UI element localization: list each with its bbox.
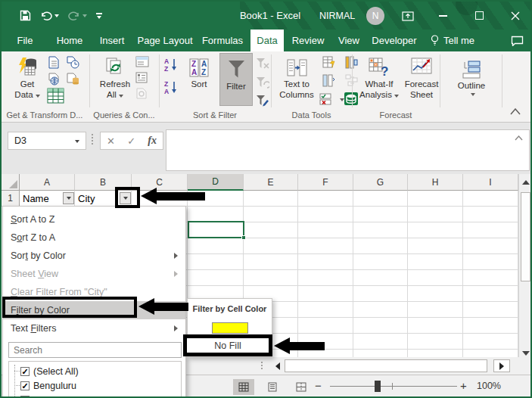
column-header-h[interactable]: H <box>408 174 463 191</box>
customize-qat-button[interactable] <box>96 13 102 19</box>
minimize-button[interactable] <box>430 2 456 30</box>
what-if-analysis-button[interactable]: ? What-If Analysis <box>357 54 401 100</box>
cell-b1[interactable]: City <box>75 191 117 207</box>
menu-item-sort-a-to-z[interactable]: Sort A to Z <box>3 210 185 229</box>
close-button[interactable] <box>502 2 528 30</box>
sort-a-to-z-icon[interactable]: AZ <box>163 58 179 75</box>
refresh-all-button[interactable]: Refresh All <box>95 54 135 100</box>
zoom-in-icon[interactable]: + <box>460 379 467 392</box>
remove-duplicates-icon[interactable] <box>322 74 335 90</box>
undo-dropdown-icon[interactable] <box>54 14 59 17</box>
column-header-a[interactable]: A <box>20 174 75 191</box>
text-to-columns-button[interactable]: Text to Columns <box>275 54 318 100</box>
from-text-csv-icon[interactable] <box>48 56 60 72</box>
from-web-icon[interactable] <box>48 73 61 89</box>
recent-sources-icon[interactable] <box>67 56 79 72</box>
page-layout-view-button[interactable] <box>262 379 283 395</box>
collapse-formula-bar-icon[interactable] <box>515 135 523 141</box>
user-name[interactable]: NIRMAL <box>319 2 355 30</box>
properties-icon[interactable] <box>135 72 148 86</box>
checkbox-checked-icon[interactable]: ✓ <box>20 381 30 390</box>
normal-view-button[interactable] <box>233 379 254 395</box>
cell-a1[interactable]: Name <box>20 191 64 207</box>
filter-value-select-all[interactable]: ✓(Select All) <box>9 364 181 378</box>
feedback-icon[interactable] <box>506 30 528 51</box>
clear-filter-icon[interactable] <box>256 58 269 73</box>
filter-button[interactable]: Filter <box>219 53 253 106</box>
checkbox-checked-icon[interactable]: ✓ <box>20 367 30 376</box>
filter-value-hyderabad[interactable]: ✓Hyderabad <box>9 393 181 398</box>
undo-button[interactable] <box>40 11 59 21</box>
horizontal-scroll-thumb[interactable] <box>285 359 487 372</box>
edit-links-icon[interactable] <box>135 88 148 102</box>
get-data-button[interactable]: Get Data <box>9 54 45 100</box>
menu-item-sort-z-to-a[interactable]: Sort Z to A <box>3 229 185 247</box>
menu-item-text-filters[interactable]: Text Filters <box>3 319 185 337</box>
manage-data-model-icon[interactable] <box>344 92 359 109</box>
sort-button[interactable]: ZAAZ Sort <box>182 54 216 89</box>
name-filter-dropdown-button[interactable] <box>63 192 74 204</box>
page-break-preview-button[interactable] <box>291 379 312 395</box>
collapse-ribbon-icon[interactable] <box>510 104 521 118</box>
outline-button[interactable]: Outline <box>451 56 492 96</box>
redo-dropdown-icon[interactable] <box>82 14 87 17</box>
tab-page-layout[interactable]: Page Layout <box>136 30 194 51</box>
vertical-scrollbar[interactable] <box>518 174 532 363</box>
redo-button[interactable] <box>68 11 87 21</box>
queries-connections-icon[interactable] <box>135 56 149 70</box>
tab-developer[interactable]: Developer <box>369 30 419 51</box>
select-all-corner[interactable] <box>2 174 20 191</box>
tab-tell-me[interactable]: Tell me <box>424 30 481 51</box>
filter-value-bengaluru[interactable]: ✓Benguluru <box>9 378 181 393</box>
tab-formulas[interactable]: Formulas <box>200 30 245 51</box>
cancel-icon[interactable]: ✕ <box>107 135 115 147</box>
tab-insert[interactable]: Insert <box>95 30 129 51</box>
reapply-filter-icon[interactable] <box>256 76 269 92</box>
filter-search-input[interactable] <box>8 342 182 358</box>
zoom-out-icon[interactable]: − <box>315 379 322 392</box>
existing-connections-icon[interactable] <box>67 73 79 89</box>
zoom-slider-handle[interactable] <box>375 381 381 392</box>
flash-fill-icon[interactable] <box>322 56 335 72</box>
column-header-f[interactable]: F <box>298 174 353 191</box>
zoom-level[interactable]: 100% <box>477 381 501 391</box>
vertical-scroll-thumb[interactable] <box>521 192 530 281</box>
horizontal-scrollbar[interactable] <box>186 357 532 375</box>
column-header-e[interactable]: E <box>244 174 298 191</box>
scroll-up-icon[interactable] <box>520 176 532 189</box>
row-header-1[interactable]: 1 <box>2 191 20 207</box>
save-icon[interactable] <box>20 10 31 21</box>
menu-item-sheet-view[interactable]: Sheet View <box>3 265 185 283</box>
from-table-range-icon[interactable] <box>47 88 64 107</box>
scroll-right-icon[interactable] <box>493 359 510 372</box>
tab-home[interactable]: Home <box>53 30 86 51</box>
tab-view[interactable]: View <box>333 30 365 51</box>
yellow-color-swatch[interactable] <box>212 322 248 334</box>
scroll-left-icon[interactable] <box>271 359 284 372</box>
forecast-sheet-button[interactable]: Forecast Sheet <box>403 54 440 100</box>
checkbox-checked-icon[interactable]: ✓ <box>20 396 30 398</box>
enter-icon[interactable]: ✓ <box>127 135 135 147</box>
data-validation-icon[interactable] <box>319 93 336 108</box>
sort-z-to-a-icon[interactable]: ZA <box>163 80 179 98</box>
menu-item-sort-by-color[interactable]: Sort by Color <box>3 247 185 265</box>
no-fill-option[interactable]: No Fill <box>183 334 272 356</box>
column-header-i[interactable]: I <box>463 174 518 191</box>
tab-review[interactable]: Review <box>288 30 328 51</box>
insert-function-icon[interactable]: fx <box>148 135 157 147</box>
name-box-dropdown-icon[interactable] <box>75 140 79 143</box>
selected-cell-d3[interactable] <box>188 221 244 238</box>
advanced-filter-icon[interactable] <box>256 95 269 110</box>
fill-handle[interactable] <box>241 235 246 240</box>
formula-input[interactable] <box>166 129 530 171</box>
ribbon-display-options-button[interactable] <box>395 2 421 30</box>
maximize-button[interactable] <box>466 2 492 30</box>
tab-scroll-splitter[interactable] <box>261 362 263 369</box>
zoom-slider-track[interactable] <box>330 386 457 387</box>
column-header-g[interactable]: G <box>353 174 408 191</box>
name-box[interactable]: D3 <box>8 132 86 150</box>
avatar[interactable]: N <box>366 7 384 25</box>
formula-bar-splitter[interactable] <box>92 134 93 145</box>
tab-file[interactable]: File <box>11 30 39 51</box>
tab-data[interactable]: Data <box>250 30 284 51</box>
